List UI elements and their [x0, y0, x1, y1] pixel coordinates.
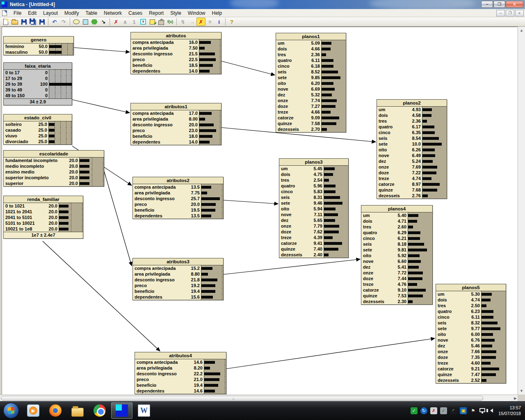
state-row-planos5-onze[interactable]: onze7.66: [436, 349, 506, 354]
state-row-planos5-catorze[interactable]: catorze9.21: [436, 366, 506, 372]
state-row-atributos2-beneficio[interactable]: beneficio19.5: [133, 207, 223, 213]
state-row-planos4-nove[interactable]: nove6.60: [361, 258, 432, 264]
taskbar-netica-icon[interactable]: [111, 402, 132, 419]
state-row-planos4-dois[interactable]: dois4.71: [361, 218, 432, 224]
tray-display-icon[interactable]: ▣: [460, 407, 467, 414]
state-row-planos2-treze[interactable]: treze4.74: [377, 176, 447, 181]
state-row-faixa_etaria-49-to-150[interactable]: 49 to 1500: [4, 93, 72, 98]
state-row-estado_civil-viuvo[interactable]: viuvo25.0: [4, 133, 72, 139]
state-row-planos5-quatro[interactable]: quatro6.23: [436, 308, 506, 314]
state-row-planos3-dezesseis[interactable]: dezesseis2.40: [279, 252, 348, 258]
state-row-planos2-cinco[interactable]: cinco6.35: [377, 130, 447, 135]
state-row-escolaridade-medio-incompleto[interactable]: medio incompleto20.0: [4, 163, 104, 169]
state-row-atributos4-preco[interactable]: preco21.0: [135, 377, 226, 382]
state-row-planos5-sete[interactable]: sete9.77: [436, 326, 506, 331]
taskbar-chrome-icon[interactable]: [89, 402, 110, 419]
state-row-planos2-sete[interactable]: sete10.0: [377, 141, 447, 147]
state-row-atributos1-compra-antecipada[interactable]: compra antecipada17.0: [131, 110, 221, 116]
state-row-planos4-onze[interactable]: onze7.72: [361, 270, 432, 276]
state-row-planos2-doze[interactable]: doze7.22: [377, 170, 447, 176]
state-row-planos5-treze[interactable]: treze4.60: [436, 360, 506, 366]
state-row-atributos4-dependentes[interactable]: dependentes14.6: [135, 388, 226, 394]
state-row-planos5-quinze[interactable]: quinze7.47: [436, 372, 506, 377]
state-row-genero-masculino[interactable]: masculino50.0: [4, 49, 73, 55]
state-row-planos5-seis[interactable]: seis8.32: [436, 320, 506, 326]
state-row-planos3-onze[interactable]: onze7.79: [279, 223, 348, 229]
node-estado_civil[interactable]: estado_civilsolteiro25.0casado25.0viuvo2…: [3, 114, 72, 145]
state-row-planos2-nove[interactable]: nove6.49: [377, 153, 447, 158]
state-row-planos3-dez[interactable]: dez5.65: [279, 217, 348, 223]
state-row-planos4-dez[interactable]: dez5.41: [361, 264, 432, 270]
state-row-planos1-dez[interactable]: dez5.32: [276, 92, 346, 98]
state-row-planos5-cinco[interactable]: cinco6.11: [436, 314, 506, 320]
state-row-atributos2-area-privilegiada[interactable]: area privilegiada7.75: [133, 190, 223, 196]
state-row-planos3-treze[interactable]: treze4.39: [279, 235, 348, 240]
state-row-escolaridade-fundamental-incompleto[interactable]: fundamental incompleto20.0: [4, 158, 104, 163]
node-faixa_etaria[interactable]: faixa_etaria0 to 17017 to 29029 to 39100…: [3, 62, 72, 105]
node-planos1[interactable]: planos1um5.09dois4.66tres2.36quatro6.11c…: [276, 33, 346, 132]
horizontal-scrollbar[interactable]: ⁞⁞ ▶: [0, 395, 518, 401]
state-row-planos2-dois[interactable]: dois4.58: [377, 112, 447, 118]
state-row-planos4-oito[interactable]: oito5.92: [361, 253, 432, 258]
state-row-atributos3-desconto-ingresso[interactable]: desconto ingresso21.8: [133, 277, 223, 283]
state-row-atributos2-preco[interactable]: preco20.0: [133, 201, 223, 207]
state-row-planos4-cinco[interactable]: cinco6.21: [361, 235, 432, 241]
state-row-planos3-catorze[interactable]: catorze9.41: [279, 240, 348, 246]
state-row-renda_familiar-0-to-1021[interactable]: 0 to 102120.0: [4, 203, 83, 209]
node-atributos4[interactable]: atributos4compra antecipada14.6area priv…: [135, 352, 226, 394]
state-row-planos5-oito[interactable]: oito6.00: [436, 331, 506, 337]
state-row-planos4-seis[interactable]: seis8.18: [361, 241, 432, 247]
state-row-planos1-oito[interactable]: oito6.20: [276, 80, 346, 86]
tray-antivirus-icon[interactable]: ✓: [411, 407, 418, 414]
state-row-atributos-desconto-ingresso[interactable]: desconto ingresso21.5: [131, 51, 221, 57]
state-row-planos1-nove[interactable]: nove6.69: [276, 86, 346, 92]
state-row-atributos4-beneficio[interactable]: beneficio19.4: [135, 382, 226, 388]
state-row-planos2-onze[interactable]: onze7.69: [377, 164, 447, 170]
state-row-atributos3-dependentes[interactable]: dependentes15.6: [133, 294, 223, 300]
taskbar-explorer-icon[interactable]: [67, 402, 88, 419]
state-row-renda_familiar-1021-to-2041[interactable]: 1021 to 204120.0: [4, 209, 83, 215]
state-row-atributos-dependentes[interactable]: dependentes14.0: [131, 68, 221, 74]
state-row-planos3-quatro[interactable]: quatro5.96: [279, 183, 348, 189]
state-row-atributos2-compra-antecipada[interactable]: compra antecipada13.5: [133, 184, 223, 190]
state-row-planos3-oito[interactable]: oito5.94: [279, 206, 348, 212]
state-row-atributos3-area-privilegiada[interactable]: area privilegiada8.80: [133, 271, 223, 277]
state-row-planos1-dois[interactable]: dois4.66: [276, 46, 346, 52]
state-row-atributos4-area-privilegiada[interactable]: area privilegiada8.20: [135, 365, 226, 371]
state-row-planos1-treze[interactable]: treze4.66: [276, 109, 346, 115]
state-row-atributos3-preco[interactable]: preco19.2: [133, 283, 223, 288]
state-row-planos4-dezesseis[interactable]: dezesseis2.30: [361, 299, 432, 304]
state-row-atributos1-dependentes[interactable]: dependentes14.0: [131, 139, 221, 145]
node-genero[interactable]: generofeminino50.0masculino50.0: [3, 36, 74, 55]
state-row-planos4-doze[interactable]: doze7.44: [361, 276, 432, 281]
state-row-estado_civil-casado[interactable]: casado25.0: [4, 127, 72, 133]
node-atributos3[interactable]: atributos3compra antecipada15.2area priv…: [132, 258, 224, 300]
state-row-planos1-seis[interactable]: seis8.52: [276, 69, 346, 75]
state-row-faixa_etaria-0-to-17[interactable]: 0 to 170: [4, 70, 72, 75]
state-row-planos2-oito[interactable]: oito6.26: [377, 147, 447, 153]
state-row-planos1-cinco[interactable]: cinco6.18: [276, 63, 346, 69]
state-row-planos4-catorze[interactable]: catorze9.10: [361, 287, 432, 293]
state-row-planos3-um[interactable]: um5.45: [279, 166, 348, 171]
node-planos2[interactable]: planos2um4.93dois4.58tres2.36quatro6.17c…: [377, 99, 447, 199]
state-row-atributos3-compra-antecipada[interactable]: compra antecipada15.2: [133, 265, 223, 271]
state-row-estado_civil-divorciado[interactable]: divorciado25.0: [4, 139, 72, 144]
tray-satellite-icon[interactable]: ◜: [450, 407, 457, 414]
state-row-planos2-seis[interactable]: seis8.54: [377, 135, 447, 141]
state-row-planos2-quinze[interactable]: quinze7.68: [377, 187, 447, 193]
node-atributos1[interactable]: atributos1compra antecipada17.0area priv…: [130, 103, 221, 145]
state-row-planos2-um[interactable]: um4.93: [377, 107, 447, 112]
state-row-planos3-doze[interactable]: doze7.62: [279, 229, 348, 235]
taskbar-clock[interactable]: 13:57 15/07/2018: [496, 405, 521, 416]
state-row-faixa_etaria-17-to-29[interactable]: 17 to 290: [4, 75, 72, 81]
state-row-planos5-dois[interactable]: dois4.74: [436, 297, 506, 303]
horizontal-scrollbar-thumb[interactable]: ⁞⁞: [1, 396, 483, 401]
state-row-planos1-sete[interactable]: sete9.85: [276, 75, 346, 80]
state-row-planos3-seis[interactable]: seis8.31: [279, 194, 348, 200]
scroll-up-arrow[interactable]: ▲: [520, 28, 523, 32]
state-row-planos2-dezesseis[interactable]: dezesseis2.76: [377, 193, 447, 199]
start-button[interactable]: [0, 402, 22, 419]
state-row-planos3-sete[interactable]: sete9.46: [279, 200, 348, 206]
state-row-atributos1-beneficio[interactable]: beneficio18.0: [131, 133, 221, 139]
state-row-planos1-um[interactable]: um5.09: [276, 40, 346, 46]
